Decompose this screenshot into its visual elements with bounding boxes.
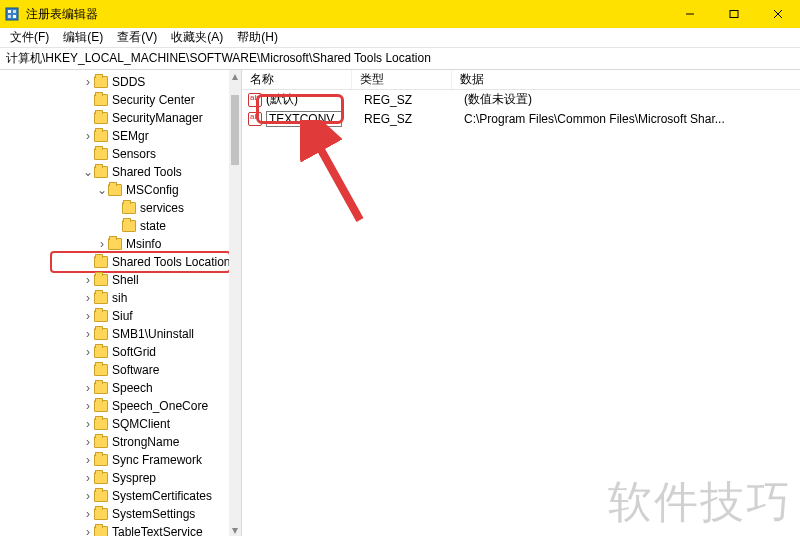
folder-icon bbox=[94, 382, 108, 394]
tree-item-label: StrongName bbox=[112, 435, 179, 449]
tree-item[interactable]: ›SystemCertificates bbox=[0, 487, 231, 505]
svg-rect-2 bbox=[13, 10, 16, 13]
tree-item-label: Security Center bbox=[112, 93, 195, 107]
folder-icon bbox=[94, 400, 108, 412]
tree-item-label: Shared Tools bbox=[112, 165, 182, 179]
value-name[interactable] bbox=[266, 111, 356, 127]
tree-item[interactable]: ›state bbox=[0, 217, 231, 235]
chevron-right-icon[interactable]: › bbox=[82, 418, 94, 430]
tree-item[interactable]: ›Siuf bbox=[0, 307, 231, 325]
titlebar: 注册表编辑器 bbox=[0, 0, 800, 28]
tree-item[interactable]: ›SDDS bbox=[0, 73, 231, 91]
chevron-right-icon[interactable]: › bbox=[82, 454, 94, 466]
values-pane: 名称 类型 数据 (默认)REG_SZ(数值未设置)REG_SZC:\Progr… bbox=[242, 70, 800, 536]
address-bar[interactable]: 计算机\HKEY_LOCAL_MACHINE\SOFTWARE\Microsof… bbox=[0, 48, 800, 70]
tree-item[interactable]: ⌄MSConfig bbox=[0, 181, 231, 199]
chevron-right-icon[interactable]: › bbox=[82, 382, 94, 394]
value-row[interactable]: (默认)REG_SZ(数值未设置) bbox=[242, 90, 800, 109]
chevron-right-icon[interactable]: › bbox=[82, 526, 94, 536]
tree-item[interactable]: ›SystemSettings bbox=[0, 505, 231, 523]
scroll-down-icon[interactable]: ▾ bbox=[229, 524, 241, 536]
menu-edit[interactable]: 编辑(E) bbox=[57, 27, 109, 48]
tree-item-label: Speech bbox=[112, 381, 153, 395]
maximize-button[interactable] bbox=[712, 0, 756, 28]
chevron-right-icon[interactable]: › bbox=[82, 274, 94, 286]
chevron-right-icon[interactable]: › bbox=[82, 310, 94, 322]
folder-icon bbox=[94, 328, 108, 340]
chevron-down-icon[interactable]: ⌄ bbox=[96, 184, 108, 196]
folder-icon bbox=[94, 508, 108, 520]
chevron-right-icon[interactable]: › bbox=[82, 436, 94, 448]
tree-item-label: state bbox=[140, 219, 166, 233]
close-button[interactable] bbox=[756, 0, 800, 28]
tree-item[interactable]: ⌄Shared Tools bbox=[0, 163, 231, 181]
menubar: 文件(F) 编辑(E) 查看(V) 收藏夹(A) 帮助(H) bbox=[0, 28, 800, 48]
folder-icon bbox=[94, 166, 108, 178]
value-row[interactable]: REG_SZC:\Program Files\Common Files\Micr… bbox=[242, 109, 800, 128]
tree-item[interactable]: ›StrongName bbox=[0, 433, 231, 451]
folder-icon bbox=[94, 472, 108, 484]
col-type[interactable]: 类型 bbox=[352, 70, 452, 89]
tree-item-label: SDDS bbox=[112, 75, 145, 89]
folder-icon bbox=[94, 418, 108, 430]
chevron-right-icon[interactable]: › bbox=[82, 472, 94, 484]
tree-item[interactable]: ›Msinfo bbox=[0, 235, 231, 253]
chevron-right-icon[interactable]: › bbox=[96, 238, 108, 250]
folder-icon bbox=[122, 220, 136, 232]
tree-item[interactable]: ›SMB1\Uninstall bbox=[0, 325, 231, 343]
tree-item[interactable]: ›Shared Tools Location bbox=[0, 253, 231, 271]
tree-item[interactable]: ›Speech bbox=[0, 379, 231, 397]
col-name[interactable]: 名称 bbox=[242, 70, 352, 89]
tree-item[interactable]: ›Sysprep bbox=[0, 469, 231, 487]
value-name-input[interactable] bbox=[269, 112, 339, 126]
tree-item-label: Msinfo bbox=[126, 237, 161, 251]
menu-favorites[interactable]: 收藏夹(A) bbox=[165, 27, 229, 48]
tree-item-label: Sysprep bbox=[112, 471, 156, 485]
tree-item[interactable]: ›SoftGrid bbox=[0, 343, 231, 361]
tree-item-label: SoftGrid bbox=[112, 345, 156, 359]
menu-view[interactable]: 查看(V) bbox=[111, 27, 163, 48]
chevron-down-icon[interactable]: ⌄ bbox=[82, 166, 94, 178]
chevron-right-icon[interactable]: › bbox=[82, 328, 94, 340]
chevron-right-icon[interactable]: › bbox=[82, 508, 94, 520]
folder-icon bbox=[94, 436, 108, 448]
folder-icon bbox=[94, 130, 108, 142]
tree-item[interactable]: ›TableTextService bbox=[0, 523, 231, 536]
chevron-right-icon[interactable]: › bbox=[82, 490, 94, 502]
value-data: (数值未设置) bbox=[456, 91, 800, 108]
minimize-button[interactable] bbox=[668, 0, 712, 28]
chevron-right-icon[interactable]: › bbox=[82, 130, 94, 142]
window-title: 注册表编辑器 bbox=[26, 6, 98, 23]
scroll-up-icon[interactable]: ▴ bbox=[229, 70, 241, 82]
tree-item[interactable]: ›Sensors bbox=[0, 145, 231, 163]
tree-item[interactable]: ›services bbox=[0, 199, 231, 217]
tree-item[interactable]: ›SEMgr bbox=[0, 127, 231, 145]
tree-item-label: SQMClient bbox=[112, 417, 170, 431]
menu-help[interactable]: 帮助(H) bbox=[231, 27, 284, 48]
folder-icon bbox=[94, 94, 108, 106]
value-name-editbox[interactable] bbox=[266, 111, 342, 127]
svg-rect-3 bbox=[8, 15, 11, 18]
folder-icon bbox=[94, 256, 108, 268]
folder-icon bbox=[94, 310, 108, 322]
tree-item[interactable]: ›Speech_OneCore bbox=[0, 397, 231, 415]
value-type: REG_SZ bbox=[356, 93, 456, 107]
chevron-right-icon[interactable]: › bbox=[82, 76, 94, 88]
tree-item[interactable]: ›SQMClient bbox=[0, 415, 231, 433]
tree-item[interactable]: ›Shell bbox=[0, 271, 231, 289]
scroll-thumb[interactable] bbox=[231, 95, 239, 165]
tree-scrollbar[interactable]: ▴ ▾ bbox=[229, 70, 241, 536]
chevron-right-icon[interactable]: › bbox=[82, 292, 94, 304]
chevron-right-icon[interactable]: › bbox=[82, 346, 94, 358]
col-data[interactable]: 数据 bbox=[452, 70, 800, 89]
tree-item[interactable]: ›SecurityManager bbox=[0, 109, 231, 127]
tree-item[interactable]: ›Security Center bbox=[0, 91, 231, 109]
folder-icon bbox=[94, 364, 108, 376]
address-text: 计算机\HKEY_LOCAL_MACHINE\SOFTWARE\Microsof… bbox=[6, 50, 431, 67]
tree-item-label: SystemCertificates bbox=[112, 489, 212, 503]
menu-file[interactable]: 文件(F) bbox=[4, 27, 55, 48]
tree-item[interactable]: ›sih bbox=[0, 289, 231, 307]
chevron-right-icon[interactable]: › bbox=[82, 400, 94, 412]
tree-item[interactable]: ›Sync Framework bbox=[0, 451, 231, 469]
tree-item[interactable]: ›Software bbox=[0, 361, 231, 379]
